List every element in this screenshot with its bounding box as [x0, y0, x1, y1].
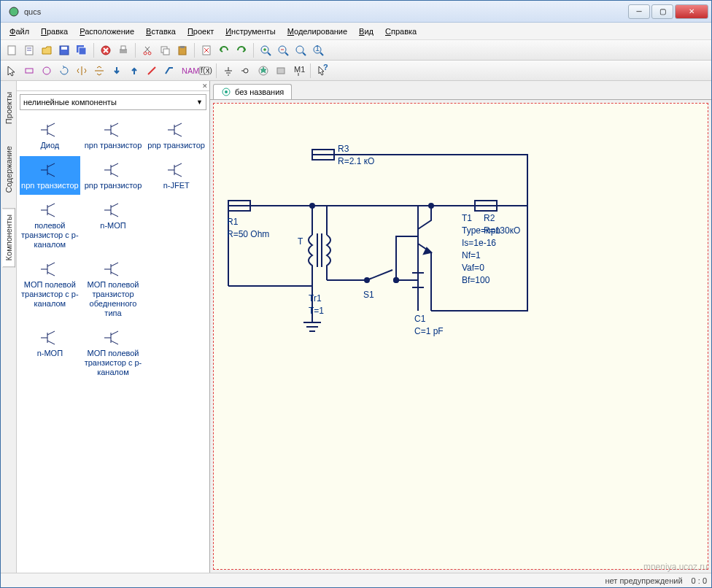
palette-item[interactable]: МОП полевой транзистор с p-каналом: [20, 255, 80, 322]
palette-item[interactable]: npn транзистор: [83, 116, 144, 155]
label-S1: S1: [363, 290, 374, 300]
arrow-up-icon[interactable]: [126, 63, 142, 79]
close-file-icon[interactable]: [98, 42, 114, 58]
menu-layout[interactable]: Расположение: [75, 25, 139, 38]
palette-item[interactable]: полевой транзистор с p-каналом: [20, 196, 80, 254]
palette-item[interactable]: МОП полевой транзистор с p-каналом: [83, 324, 144, 382]
cut-icon[interactable]: [139, 42, 155, 58]
mirror-icon[interactable]: [74, 63, 90, 79]
deactivate-icon[interactable]: [144, 63, 160, 79]
menu-sim[interactable]: Моделирование: [283, 25, 352, 38]
schematic-canvas[interactable]: R3 R=2.1 кО R1 R=50 Ohm T Tr1 T=1 S1 C1 …: [213, 103, 708, 570]
menu-file[interactable]: Файл: [5, 25, 34, 38]
palette-item[interactable]: n-МОП: [20, 324, 80, 382]
open-icon[interactable]: [39, 42, 55, 58]
palette-item-label: npn транзистор: [20, 181, 80, 190]
palette-item[interactable]: [146, 255, 206, 322]
svg-line-70: [174, 173, 182, 177]
svg-point-41: [244, 69, 248, 73]
palette-item-label: pnp транзистор: [146, 141, 206, 150]
arrow-down-icon[interactable]: [109, 63, 125, 79]
svg-point-13: [148, 52, 151, 55]
menu-insert[interactable]: Вставка: [142, 25, 180, 38]
redo-icon[interactable]: [233, 42, 249, 58]
marker-icon[interactable]: M1: [290, 63, 306, 79]
svg-point-96: [225, 90, 228, 93]
menu-help[interactable]: Справка: [381, 25, 421, 38]
component-symbol-icon: [83, 119, 144, 141]
svg-line-103: [367, 270, 392, 280]
menu-tools[interactable]: Инструменты: [221, 25, 280, 38]
category-combo[interactable]: нелинейные компоненты ▼: [20, 94, 206, 110]
palette-item[interactable]: Диод: [20, 116, 80, 155]
canvas-wrap: R3 R=2.1 кО R1 R=50 Ohm T Tr1 T=1 S1 C1 …: [210, 100, 711, 573]
saveall-icon[interactable]: [74, 42, 90, 58]
palette-item[interactable]: pnp транзистор: [146, 116, 206, 155]
svg-point-115: [394, 278, 398, 282]
select-icon[interactable]: [4, 63, 20, 79]
port-icon[interactable]: [238, 63, 254, 79]
svg-line-78: [111, 213, 118, 217]
component-symbol-icon: [20, 159, 80, 181]
menu-edit[interactable]: Правка: [36, 25, 72, 38]
panel-close-icon[interactable]: ✕: [202, 82, 208, 90]
component-symbol-icon: [83, 199, 144, 221]
doc-tab[interactable]: без названия: [213, 84, 292, 99]
chevron-down-icon: ▼: [196, 98, 203, 106]
zoomfit-icon[interactable]: [293, 42, 309, 58]
close-button[interactable]: ✕: [675, 4, 708, 19]
menu-view[interactable]: Вид: [355, 25, 378, 38]
palette-item[interactable]: [146, 196, 206, 254]
palette-item[interactable]: npn транзистор: [20, 156, 80, 195]
palette-item-label: n-МОП: [20, 349, 80, 358]
menu-project[interactable]: Проект: [183, 25, 218, 38]
zoomout-icon[interactable]: [275, 42, 291, 58]
minimize-button[interactable]: ─: [628, 4, 650, 19]
undo-icon[interactable]: [216, 42, 232, 58]
mirrorv-icon[interactable]: [91, 63, 107, 79]
delete-icon[interactable]: [198, 42, 214, 58]
sim-icon[interactable]: [255, 63, 271, 79]
rotate-icon[interactable]: [56, 63, 72, 79]
menu-bar: Файл Правка Расположение Вставка Проект …: [1, 23, 711, 40]
palette-item[interactable]: МОП полевой транзистор обедненного типа: [83, 255, 144, 322]
palette-item[interactable]: [146, 324, 206, 382]
new-text-icon[interactable]: [21, 42, 37, 58]
paste-icon[interactable]: [174, 42, 190, 58]
zoomin-icon[interactable]: [258, 42, 274, 58]
svg-text:M1: M1: [294, 65, 305, 74]
component-palette[interactable]: Диодnpn транзисторpnp транзисторnpn тран…: [17, 113, 209, 573]
editor-area: без названия: [210, 81, 711, 573]
svg-point-114: [429, 204, 433, 208]
sidetab-projects[interactable]: Проекты: [2, 85, 15, 131]
palette-item[interactable]: pnp транзистор: [83, 156, 144, 195]
wire-icon[interactable]: [161, 63, 177, 79]
doc-tab-title: без названия: [235, 88, 284, 96]
comp2-icon[interactable]: [39, 63, 55, 79]
palette-item[interactable]: n-МОП: [83, 196, 144, 254]
component-symbol-icon: [83, 327, 144, 349]
svg-line-65: [111, 163, 118, 167]
copy-icon[interactable]: [157, 42, 173, 58]
ground-icon[interactable]: [220, 63, 236, 79]
watermark: mneniya.ucoz.ru: [643, 562, 708, 572]
svg-line-90: [47, 341, 55, 344]
eqn-icon[interactable]: f(x): [196, 63, 212, 79]
palette-item-label: pnp транзистор: [83, 181, 144, 190]
doc-tab-icon: [221, 87, 231, 97]
print-icon[interactable]: [115, 42, 131, 58]
comp1-icon[interactable]: [21, 63, 37, 79]
svg-point-12: [144, 52, 147, 55]
sidetab-contents[interactable]: Содержание: [2, 139, 15, 199]
whatsthis-icon[interactable]: ?: [314, 63, 330, 79]
save-icon[interactable]: [56, 42, 72, 58]
palette-item[interactable]: n-JFET: [146, 156, 206, 195]
name-icon[interactable]: NAME: [179, 63, 195, 79]
dc-icon[interactable]: [273, 63, 289, 79]
zoom100-icon[interactable]: 1: [310, 42, 326, 58]
sidetab-components[interactable]: Компоненты: [2, 208, 15, 267]
label-T1-Nf: Nf=1: [462, 250, 481, 260]
new-icon[interactable]: [4, 42, 20, 58]
svg-line-62: [47, 173, 55, 177]
maximize-button[interactable]: ▢: [651, 4, 673, 19]
